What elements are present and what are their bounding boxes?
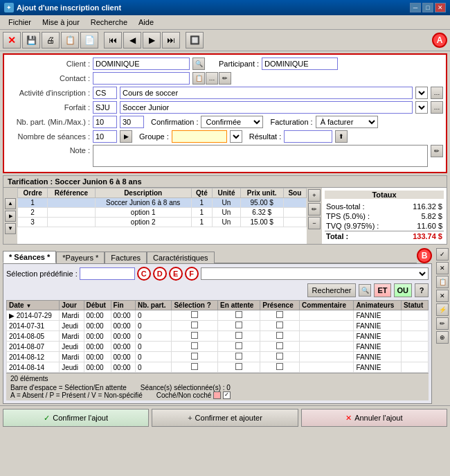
activite-code-input[interactable] (93, 87, 117, 99)
predefined-select[interactable] (201, 267, 429, 280)
forfait-desc-input[interactable] (120, 101, 413, 114)
seance-sel[interactable] (172, 310, 218, 321)
tarif-down-btn[interactable]: ▼ (5, 223, 16, 234)
seance-sel[interactable] (172, 342, 218, 352)
forfait-more-btn[interactable]: … (431, 101, 443, 114)
seance-attente[interactable] (218, 331, 260, 342)
seance-presence[interactable] (260, 310, 300, 321)
confirmer-ajouter-btn[interactable]: + Confirmer et ajouter (152, 409, 298, 427)
label-e[interactable]: E (169, 267, 183, 281)
seance-attente[interactable] (218, 342, 260, 352)
tarif-add-btn[interactable]: + (308, 189, 321, 202)
tarif-row[interactable]: 2 option 1 1 Un 6.32 $ (18, 208, 307, 218)
label-f[interactable]: F (185, 267, 199, 281)
maximize-btn[interactable]: □ (422, 3, 433, 12)
tarif-del-btn[interactable]: − (308, 217, 321, 229)
seance-row[interactable]: ▶ 2014-07-29 Mardi 00:00 00:00 0 FANNIE (7, 310, 429, 321)
contact-icon-2[interactable]: … (206, 72, 218, 85)
r-btn-4[interactable]: ✕ (436, 290, 449, 302)
tab-factures[interactable]: Factures (105, 252, 147, 263)
col-animateurs[interactable]: Animateurs (354, 301, 402, 310)
resultat-spin-btn[interactable]: ⬆ (335, 130, 348, 143)
contact-icon-3[interactable]: ✏ (219, 72, 231, 85)
facturation-select[interactable]: À facturer (316, 116, 378, 128)
forfait-select[interactable] (415, 101, 428, 114)
forfait-code-input[interactable] (93, 101, 117, 114)
toolbar-last-btn[interactable]: ⏭ (162, 32, 180, 49)
annuler-btn[interactable]: ✕ Annuler l'ajout (301, 409, 447, 427)
seance-row[interactable]: 2014-08-07 Jeudi 00:00 00:00 0 FANNIE (7, 342, 429, 352)
seance-attente[interactable] (218, 362, 260, 373)
label-c[interactable]: C (137, 267, 151, 281)
seance-attente[interactable] (218, 310, 260, 321)
nb-max-input[interactable] (120, 116, 144, 128)
seance-row[interactable]: 2014-07-31 Jeudi 00:00 00:00 0 FANNIE (7, 321, 429, 331)
close-btn[interactable]: ✕ (435, 3, 446, 12)
note-textarea[interactable] (93, 145, 428, 167)
tarif-edit-btn[interactable]: ✏ (308, 203, 321, 215)
col-nb-part[interactable]: Nb. part. (135, 301, 172, 310)
r-btn-5[interactable]: ⚡ (436, 303, 449, 316)
menu-mise-a-jour[interactable]: Mise à jour (37, 17, 85, 28)
col-fin[interactable]: Fin (111, 301, 135, 310)
tab-caracteristiques[interactable]: Caractéristiques (147, 252, 214, 263)
nb-min-input[interactable] (93, 116, 117, 128)
seance-row[interactable]: 2014-08-14 Jeudi 00:00 00:00 0 FANNIE (7, 362, 429, 373)
minimize-btn[interactable]: ─ (410, 3, 421, 12)
tarif-up-btn[interactable]: ▲ (5, 198, 16, 209)
participant-input[interactable] (262, 58, 338, 70)
nb-seances-input[interactable] (93, 130, 117, 143)
ou-btn[interactable]: OU (394, 283, 413, 297)
toolbar-print-btn[interactable]: 🖨 (42, 32, 60, 49)
r-btn-6[interactable]: ✏ (436, 317, 449, 330)
tab-seances[interactable]: * Séances * (3, 251, 56, 263)
activite-select[interactable] (415, 87, 428, 99)
seance-attente[interactable] (218, 321, 260, 331)
col-selection[interactable]: Sélection ? (172, 301, 218, 310)
menu-fichier[interactable]: Fichier (3, 17, 37, 28)
seance-sel[interactable] (172, 352, 218, 362)
contact-input[interactable] (93, 72, 190, 85)
tarif-row[interactable]: 3 option 2 1 Un 15.00 $ (18, 218, 307, 227)
col-debut[interactable]: Début (84, 301, 111, 310)
note-edit-btn[interactable]: ✏ (431, 145, 443, 157)
menu-aide[interactable]: Aide (133, 17, 159, 28)
seances-plus-btn[interactable]: ▶ (120, 130, 132, 143)
seance-presence[interactable] (260, 331, 300, 342)
r-btn-1[interactable]: ✓ (436, 248, 449, 261)
toolbar-extra-btn[interactable]: 🔲 (186, 32, 204, 49)
r-btn-7[interactable]: ⊕ (436, 331, 449, 344)
label-d[interactable]: D (153, 267, 167, 281)
tab-payeurs[interactable]: *Payeurs * (56, 252, 105, 263)
activite-desc-input[interactable] (120, 87, 413, 99)
r-btn-3[interactable]: 📋 (436, 276, 449, 288)
r-btn-2[interactable]: ✕ (436, 262, 449, 274)
et-btn[interactable]: ET (374, 283, 390, 297)
contact-icon-1[interactable]: 📋 (192, 72, 205, 85)
seance-presence[interactable] (260, 321, 300, 331)
client-input[interactable] (93, 58, 190, 70)
toolbar-save-btn[interactable]: 💾 (22, 32, 40, 49)
seance-presence[interactable] (260, 352, 300, 362)
col-date[interactable]: Date ▼ (7, 301, 60, 310)
seance-sel[interactable] (172, 362, 218, 373)
col-presence[interactable]: Présence (260, 301, 300, 310)
seance-row[interactable]: 2014-08-05 Mardi 00:00 00:00 0 FANNIE (7, 331, 429, 342)
search-icon-btn[interactable]: 🔍 (359, 284, 371, 297)
toolbar-next-btn[interactable]: ▶ (143, 32, 161, 49)
toolbar-prev-btn[interactable]: ◀ (123, 32, 141, 49)
tarif-right-btn[interactable]: ▶ (5, 211, 16, 222)
tarif-row[interactable]: 1 Soccer Junion 6 à 8 ans 1 Un 95.00 $ (18, 198, 307, 208)
col-statut[interactable]: Statut (401, 301, 428, 310)
seance-presence[interactable] (260, 362, 300, 373)
rechercher-btn[interactable]: Rechercher (307, 283, 357, 297)
client-search-icon[interactable]: 🔍 (192, 58, 205, 70)
groupe-input[interactable] (172, 130, 227, 143)
selection-input[interactable] (80, 267, 135, 280)
confirmer-ajout-btn[interactable]: ✓ Confirmer l'ajout (3, 409, 149, 427)
seance-sel[interactable] (172, 321, 218, 331)
menu-recherche[interactable]: Recherche (85, 17, 133, 28)
col-commentaire[interactable]: Commentaire (300, 301, 354, 310)
help-btn[interactable]: ? (415, 283, 429, 297)
groupe-select[interactable] (230, 130, 242, 143)
